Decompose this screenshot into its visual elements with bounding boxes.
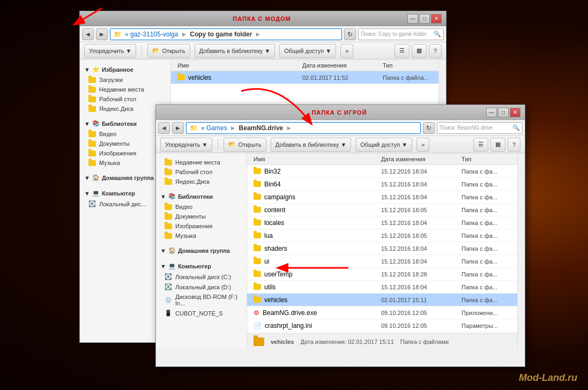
share-button-mod[interactable]: Общий доступ ▼ [279,44,336,58]
separator-game [218,139,218,150]
table-row[interactable]: campaigns 15.12.2016 18:04 Папка с фа... [247,191,517,204]
homegroup-icon-game: 🏠 [168,247,176,254]
folder-icon [165,204,172,210]
computer-section-game: ▼ 💻 Компьютер 💽 Локальный диск (C:) 💽 Ло… [156,260,247,318]
table-row[interactable]: ui 15.12.2016 18:04 Папка с фа... [247,255,517,268]
organize-button-mod[interactable]: Упорядочить ▼ [84,44,136,58]
refresh-button-game[interactable]: ↻ [423,122,435,134]
folder-icon [88,151,96,156]
sidebar-item-cubot[interactable]: 📱 CUBOT_NOTE_S [156,308,247,318]
disk-icon-d: 💽 [165,283,172,290]
table-row[interactable]: ⚙BeamNG.drive.exe 09.10.2016 12:05 Прило… [247,306,517,319]
sidebar-item-desktop[interactable]: Рабочий стол [80,94,170,104]
exe-icon: ⚙ [254,309,259,317]
libraries-section-game: ▼ 📚 Библиотеки Видео Документы Изображен… [156,191,247,241]
table-row[interactable]: shaders 15.12.2016 18:04 Папка с фа... [247,242,517,255]
table-row[interactable]: utils 15.12.2016 18:04 Папка с фа... [247,281,517,294]
address-path-game[interactable]: 📁 « Games ► BeamNG.drive ► [186,122,421,134]
table-row[interactable]: userTemp 15.12.2016 18:28 Папка с фа... [247,268,517,281]
folder-icon [88,106,96,112]
sidebar-item-desktop-game[interactable]: Рабочий стол [156,167,247,177]
maximize-button-game[interactable]: □ [498,108,509,117]
share-button-game[interactable]: Общий доступ ▼ [355,138,412,152]
favorites-header[interactable]: ▼ ⭐ Избранное [80,64,170,75]
computer-header-game[interactable]: ▼ 💻 Компьютер [156,260,247,272]
organize-button-game[interactable]: Упорядочить ▼ [160,138,212,152]
maximize-button-mod[interactable]: □ [419,14,430,24]
more-button-mod[interactable]: » [340,44,353,58]
table-row[interactable]: Bin32 15.12.2016 18:04 Папка с фа... [247,165,517,178]
sidebar-item-docs-game[interactable]: Документы [156,212,247,221]
help-button-game[interactable]: ? [508,138,520,152]
table-row[interactable]: lua 15.12.2016 18:05 Папка с фа... [247,229,517,242]
folder-icon [88,96,96,102]
computer-icon-game: 💻 [168,262,176,269]
add-library-button-game[interactable]: Добавить в библиотеку ▼ [271,138,352,152]
sidebar-item-music-game[interactable]: Музыка [156,231,247,241]
back-button-mod[interactable]: ◄ [82,28,94,40]
sidebar-item-downloads[interactable]: Загрузки [80,75,170,85]
forward-button-game[interactable]: ► [172,122,184,134]
table-row[interactable]: 📄crashrpt_lang.ini 09.10.2016 12:05 Пара… [247,319,517,332]
window-game-title: ПАПКА С ИГРОЙ [192,109,486,116]
back-button-game[interactable]: ◄ [158,122,170,134]
file-list-game: Имя Дата изменения Тип Bin32 15.12.2016 … [247,153,517,333]
ini-icon: 📄 [254,322,262,329]
star-icon: ⭐ [92,66,100,73]
table-row[interactable]: Bin64 15.12.2016 18:04 Папка с фа... [247,178,517,191]
open-button-game[interactable]: 📂 Открыть [224,138,266,152]
search-box-mod[interactable]: Поиск: Copy to game folder 🔍 [358,28,444,40]
folder-icon [165,233,172,239]
minimize-button-game[interactable]: — [486,108,497,117]
more-button-game[interactable]: » [416,138,429,152]
libraries-header-game[interactable]: ▼ 📚 Библиотеки [156,191,247,202]
folder-icon [165,179,172,185]
table-row[interactable]: content 15.12.2016 18:05 Папка с фа... [247,204,517,216]
sidebar-item-recent-game[interactable]: Недавние места [156,158,247,167]
status-date-label: Дата изменения: 02.01.2017 15:11 [300,339,393,345]
status-name: vehicles [271,339,294,345]
sidebar-item-disk-d[interactable]: 💽 Локальный диск (D:) [156,282,247,292]
table-row[interactable]: vehicles 02.01.2017 15:11 Папка с фа... [247,294,517,306]
preview-button-mod[interactable]: ▦ [412,44,427,58]
folder-icon [88,141,96,147]
address-bar-mod: ◄ ► 📁 « gaz-31105-volga ► Copy to game f… [80,26,446,42]
forward-button-mod[interactable]: ► [96,28,108,40]
sidebar-item-recent[interactable]: Недавние места [80,85,170,94]
table-row[interactable]: locales 15.12.2016 18:04 Папка с фа... [247,216,517,229]
close-button-game[interactable]: ✕ [510,108,520,117]
sidebar-game: Недавние места Рабочий стол Яндекс.Диск … [156,153,247,349]
sidebar-item-yandex-game[interactable]: Яндекс.Диск [156,177,247,186]
status-folder-icon [254,338,264,346]
search-box-game[interactable]: Поиск: BeamNG.drive 🔍 [437,122,523,134]
chevron-icon-lib-game: ▼ [160,193,166,200]
sidebar-item-disk-c[interactable]: 💽 Локальный диск (C:) [156,272,247,282]
refresh-button-mod[interactable]: ↻ [344,28,356,40]
status-bar-game: vehicles Дата изменения: 02.01.2017 15:1… [247,333,517,349]
address-bar-game: ◄ ► 📁 « Games ► BeamNG.drive ► ↻ Поиск: … [156,120,525,136]
window-mod-title: ПАПКА С МОДОМ [116,16,407,22]
file-name-cell: utils [249,283,381,291]
add-library-button-mod[interactable]: Добавить в библиотеку ▼ [195,44,276,58]
scrollbar-game[interactable] [517,153,525,349]
view-button-game[interactable]: ☰ [473,138,488,152]
sidebar-item-images-game[interactable]: Изображения [156,221,247,231]
address-path-mod[interactable]: 📁 « gaz-31105-volga ► Copy to game folde… [110,28,342,40]
homegroup-header-game[interactable]: ▼ 🏠 Домашняя группа [156,245,247,256]
view-button-mod[interactable]: ☰ [395,44,410,58]
status-type: Папка с файлами [400,339,449,345]
open-icon-mod: 📂 [152,47,160,54]
close-button-mod[interactable]: ✕ [431,14,442,24]
folder-icon [177,74,185,80]
preview-button-game[interactable]: ▦ [490,138,505,152]
sidebar-item-video-game[interactable]: Видео [156,202,247,212]
separator-mod [142,46,142,56]
help-button-mod[interactable]: ? [429,44,442,58]
disk-icon-f: 💿 [165,297,172,304]
sidebar-item-disk-f[interactable]: 💿 Дисковод BD-ROM (F:) In... [156,292,247,308]
table-row[interactable]: vehicles 02.01.2017 11:52 Папка с файла.… [171,71,438,84]
file-list-header-mod: Имя Дата изменения Тип [171,59,438,71]
recent-section-game: Недавние места Рабочий стол Яндекс.Диск [156,158,247,186]
open-button-mod[interactable]: 📂 Открыть [147,44,190,58]
minimize-button-mod[interactable]: — [407,14,418,24]
